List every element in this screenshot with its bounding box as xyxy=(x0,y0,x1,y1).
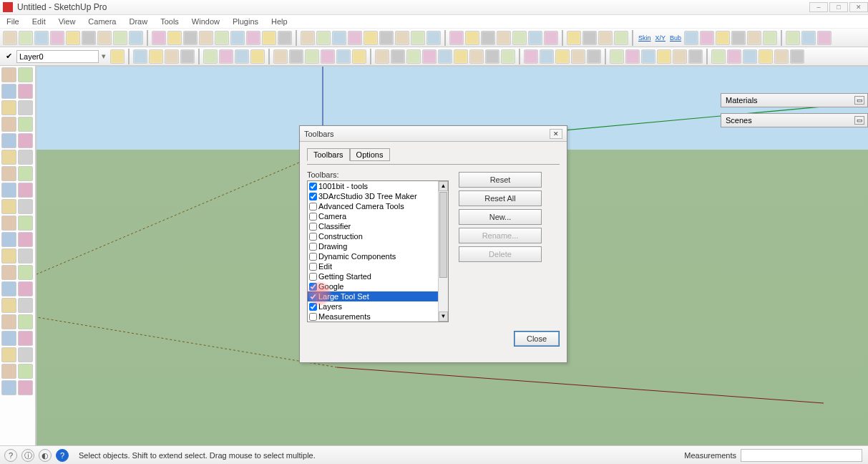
toolbar-list-item[interactable]: Advanced Camera Tools xyxy=(308,201,448,211)
tool-icon[interactable] xyxy=(18,331,33,346)
toolbar-icon[interactable] xyxy=(149,49,163,64)
toolbar-icon[interactable] xyxy=(262,31,276,45)
tool-icon[interactable] xyxy=(1,117,16,132)
menu-camera[interactable]: Camera xyxy=(86,16,118,26)
toolbar-icon[interactable] xyxy=(743,49,757,64)
menu-plugins[interactable]: Plugins xyxy=(230,16,260,26)
toolbar-list-item[interactable]: Large Tool Set xyxy=(308,291,448,301)
toolbar-icon[interactable] xyxy=(113,31,127,45)
toolbar-icon[interactable] xyxy=(183,31,198,45)
tool-icon[interactable] xyxy=(1,232,16,247)
menu-file[interactable]: File xyxy=(4,16,21,26)
toolbar-icon[interactable] xyxy=(246,31,260,45)
tool-icon[interactable] xyxy=(18,166,33,181)
toolbar-icon[interactable] xyxy=(801,31,816,45)
toolbar-list-item[interactable]: Edit xyxy=(308,261,448,271)
toolbar-item-checkbox[interactable] xyxy=(309,273,317,281)
panel-collapse-icon[interactable]: ▭ xyxy=(854,116,864,125)
skin-toolbar-label[interactable]: X/Y xyxy=(655,34,666,42)
toolbar-icon[interactable] xyxy=(540,49,554,64)
toolbar-item-checkbox[interactable] xyxy=(309,283,317,291)
toolbar-list-item[interactable]: Classifier xyxy=(308,221,448,231)
toolbar-item-checkbox[interactable] xyxy=(309,233,317,241)
toolbar-icon[interactable] xyxy=(524,49,538,64)
toolbar-icon[interactable] xyxy=(180,49,195,64)
dialog-titlebar[interactable]: Toolbars ✕ xyxy=(300,126,567,142)
toolbar-icon[interactable] xyxy=(133,49,147,64)
minimize-button[interactable]: – xyxy=(809,2,828,12)
tool-icon[interactable] xyxy=(18,314,33,329)
toolbar-icon[interactable] xyxy=(684,31,698,45)
tool-icon[interactable] xyxy=(18,265,33,280)
toolbar-icon[interactable] xyxy=(512,31,527,45)
menu-window[interactable]: Window xyxy=(190,16,222,26)
toolbar-icon[interactable] xyxy=(219,49,233,64)
toolbar-icon[interactable] xyxy=(485,49,499,64)
reset-all-button[interactable]: Reset All xyxy=(459,190,542,206)
tool-icon[interactable] xyxy=(18,298,33,313)
tab-toolbars[interactable]: Toolbars xyxy=(307,148,350,161)
toolbar-icon[interactable] xyxy=(167,31,182,45)
toolbar-icon[interactable] xyxy=(278,31,292,45)
toolbar-icon[interactable] xyxy=(469,49,484,64)
toolbar-icon[interactable] xyxy=(82,31,96,45)
tool-icon[interactable] xyxy=(1,183,16,198)
toolbar-icon[interactable] xyxy=(230,31,245,45)
toolbar-list-item[interactable]: 1001bit - tools xyxy=(308,181,448,191)
toolbar-list-item[interactable]: Camera xyxy=(308,211,448,221)
tool-icon[interactable] xyxy=(1,331,16,346)
tool-icon[interactable] xyxy=(18,281,33,296)
toolbar-icon[interactable] xyxy=(336,49,351,64)
tool-icon[interactable] xyxy=(1,133,16,148)
toolbar-icon[interactable] xyxy=(465,31,479,45)
tool-icon[interactable] xyxy=(18,347,33,362)
toolbar-list-item[interactable]: Google xyxy=(308,281,448,291)
toolbar-icon[interactable] xyxy=(567,31,581,45)
toolbar-icon[interactable] xyxy=(165,49,179,64)
toolbar-icon[interactable] xyxy=(790,49,804,64)
tool-icon[interactable] xyxy=(1,380,16,395)
measurements-input[interactable] xyxy=(741,449,862,462)
tool-icon[interactable] xyxy=(18,133,33,148)
toolbar-icon[interactable] xyxy=(438,49,452,64)
toolbar-item-checkbox[interactable] xyxy=(309,183,317,190)
toolbar-list-item[interactable]: Measurements xyxy=(308,311,448,322)
toolbar-icon[interactable] xyxy=(301,31,315,45)
toolbar-icon[interactable] xyxy=(716,31,730,45)
toolbar-icon[interactable] xyxy=(688,49,703,64)
dialog-close-icon[interactable]: ✕ xyxy=(550,129,562,139)
toolbar-item-checkbox[interactable] xyxy=(309,253,317,261)
toolbar-icon[interactable] xyxy=(449,31,464,45)
menu-edit[interactable]: Edit xyxy=(30,16,48,26)
menu-draw[interactable]: Draw xyxy=(127,16,150,26)
tool-icon[interactable] xyxy=(1,364,16,379)
toolbar-icon[interactable] xyxy=(763,31,777,45)
tool-icon[interactable] xyxy=(18,84,33,99)
toolbar-icon[interactable] xyxy=(422,49,437,64)
tool-icon[interactable] xyxy=(1,100,16,115)
toolbar-item-checkbox[interactable] xyxy=(309,293,317,301)
tool-icon[interactable] xyxy=(1,265,16,280)
toolbar-icon[interactable] xyxy=(454,49,468,64)
tool-icon[interactable] xyxy=(1,347,16,362)
toolbar-icon[interactable] xyxy=(215,31,229,45)
toolbar-icon[interactable] xyxy=(305,49,319,64)
scroll-up-icon[interactable]: ▲ xyxy=(439,181,448,191)
menu-view[interactable]: View xyxy=(57,16,78,26)
toolbar-icon[interactable] xyxy=(332,31,346,45)
close-button[interactable]: Close xyxy=(514,331,560,347)
toolbar-icon[interactable] xyxy=(348,31,362,45)
materials-panel-header[interactable]: Materials ▭ xyxy=(721,93,868,107)
toolbar-icon[interactable] xyxy=(50,31,64,45)
toolbar-icon[interactable] xyxy=(110,49,125,64)
toolbar-list-item[interactable]: Dynamic Components xyxy=(308,251,448,261)
tool-icon[interactable] xyxy=(18,100,33,115)
tool-icon[interactable] xyxy=(1,166,16,181)
toolbar-item-checkbox[interactable] xyxy=(309,203,317,211)
tool-icon[interactable] xyxy=(1,150,16,165)
toolbar-icon[interactable] xyxy=(817,31,832,45)
toolbar-icon[interactable] xyxy=(316,31,331,45)
tool-icon[interactable] xyxy=(18,67,33,82)
tool-icon[interactable] xyxy=(1,84,16,99)
layer-input[interactable] xyxy=(16,50,99,63)
